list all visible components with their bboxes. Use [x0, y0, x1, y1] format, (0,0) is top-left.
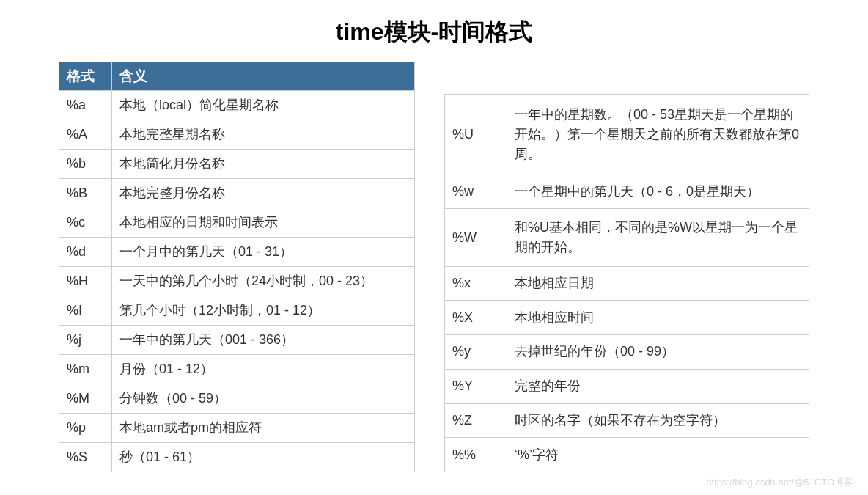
table-row: %B本地完整月份名称 — [59, 179, 415, 208]
format-code: %M — [59, 384, 112, 414]
table-row: %d一个月中的第几天（01 - 31） — [59, 238, 415, 267]
left-table: 格式 含义 %a本地（local）简化星期名称%A本地完整星期名称%b本地简化月… — [59, 62, 415, 472]
table-header-row: 格式 含义 — [59, 62, 415, 91]
format-desc: 本地简化月份名称 — [112, 150, 415, 179]
content-area: 格式 含义 %a本地（local）简化星期名称%A本地完整星期名称%b本地简化月… — [0, 62, 868, 472]
format-code: %I — [59, 296, 112, 326]
format-desc: 一个月中的第几天（01 - 31） — [112, 238, 415, 267]
table-row: %m月份（01 - 12） — [59, 355, 415, 384]
table-row: %W和%U基本相同，不同的是%W以星期一为一个星期的开始。 — [445, 209, 809, 266]
table-row: %A本地完整星期名称 — [59, 120, 415, 150]
format-code: %H — [59, 267, 112, 296]
format-desc: 完整的年份 — [507, 369, 809, 403]
format-desc: 一年中的星期数。（00 - 53星期天是一个星期的开始。）第一个星期天之前的所有… — [507, 95, 809, 175]
table-row: %H一天中的第几个小时（24小时制，00 - 23） — [59, 267, 415, 296]
table-row: %p本地am或者pm的相应符 — [59, 414, 415, 443]
table-row: %M分钟数（00 - 59） — [59, 384, 415, 414]
format-desc: 一个星期中的第几天（0 - 6，0是星期天） — [507, 175, 809, 209]
format-code: %c — [59, 208, 112, 238]
format-desc: 第几个小时（12小时制，01 - 12） — [112, 296, 415, 326]
format-code: %y — [445, 335, 507, 370]
format-code: %U — [445, 95, 507, 175]
header-meaning: 含义 — [112, 62, 415, 91]
table-row: %Z时区的名字（如果不存在为空字符） — [445, 403, 809, 438]
table-row: %U一年中的星期数。（00 - 53星期天是一个星期的开始。）第一个星期天之前的… — [445, 95, 809, 175]
format-code: %a — [59, 91, 112, 120]
format-code: %Z — [445, 403, 507, 438]
format-desc: 本地相应日期 — [507, 266, 809, 301]
table-row: %I第几个小时（12小时制，01 - 12） — [59, 296, 415, 326]
format-code: %Y — [445, 369, 507, 403]
format-desc: 本地（local）简化星期名称 — [112, 91, 415, 120]
table-row: %a本地（local）简化星期名称 — [59, 91, 415, 120]
table-row: %%‘%’字符 — [445, 438, 809, 472]
format-desc: 月份（01 - 12） — [112, 355, 415, 384]
format-code: %x — [445, 266, 507, 301]
format-code: %B — [59, 179, 112, 208]
format-code: %m — [59, 355, 112, 384]
format-desc: 本地相应的日期和时间表示 — [112, 208, 415, 238]
header-format: 格式 — [59, 62, 112, 91]
format-code: %A — [59, 120, 112, 150]
format-desc: ‘%’字符 — [507, 438, 809, 472]
format-code: %p — [59, 414, 112, 443]
right-table: %U一年中的星期数。（00 - 53星期天是一个星期的开始。）第一个星期天之前的… — [444, 94, 809, 472]
table-row: %w一个星期中的第几天（0 - 6，0是星期天） — [445, 175, 809, 209]
format-code: %d — [59, 238, 112, 267]
format-desc: 秒（01 - 61） — [112, 443, 415, 472]
table-row: %b本地简化月份名称 — [59, 150, 415, 179]
format-code: %w — [445, 175, 507, 209]
page-title: time模块-时间格式 — [0, 0, 868, 62]
format-desc: 时区的名字（如果不存在为空字符） — [507, 403, 809, 438]
watermark: https://blog.csdn.net/@51CTO博客 — [706, 476, 853, 489]
format-desc: 本地am或者pm的相应符 — [112, 414, 415, 443]
format-desc: 一天中的第几个小时（24小时制，00 - 23） — [112, 267, 415, 296]
format-desc: 本地相应时间 — [507, 301, 809, 335]
table-row: %S秒（01 - 61） — [59, 443, 415, 472]
table-row: %X本地相应时间 — [445, 301, 809, 335]
format-code: %W — [445, 209, 507, 266]
format-desc: 和%U基本相同，不同的是%W以星期一为一个星期的开始。 — [507, 209, 809, 266]
format-code: %b — [59, 150, 112, 179]
table-row: %j一年中的第几天（001 - 366） — [59, 326, 415, 355]
format-code: %j — [59, 326, 112, 355]
format-desc: 去掉世纪的年份（00 - 99） — [507, 335, 809, 370]
format-code: %X — [445, 301, 507, 335]
table-row: %c本地相应的日期和时间表示 — [59, 208, 415, 238]
table-row: %y去掉世纪的年份（00 - 99） — [445, 335, 809, 370]
format-desc: 本地完整月份名称 — [112, 179, 415, 208]
format-desc: 一年中的第几天（001 - 366） — [112, 326, 415, 355]
table-row: %x本地相应日期 — [445, 266, 809, 301]
table-row: %Y完整的年份 — [445, 369, 809, 403]
format-desc: 分钟数（00 - 59） — [112, 384, 415, 414]
format-code: %% — [445, 438, 507, 472]
format-desc: 本地完整星期名称 — [112, 120, 415, 150]
format-code: %S — [59, 443, 112, 472]
